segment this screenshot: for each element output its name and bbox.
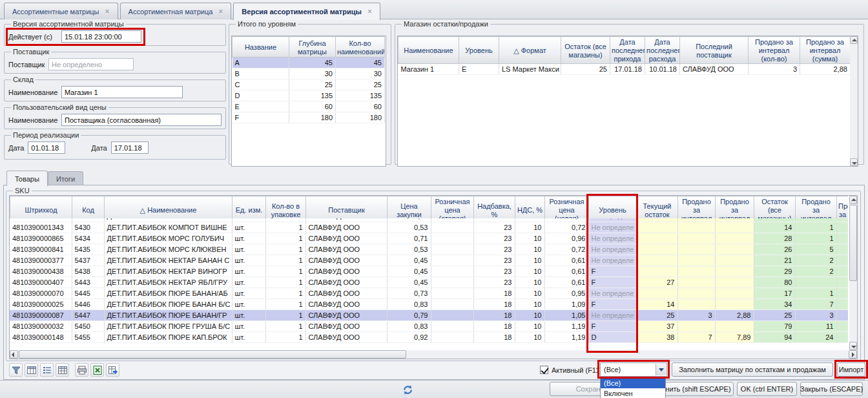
- cell[interactable]: Не определе: [588, 288, 636, 298]
- cell[interactable]: СЛАВФУД ООО: [305, 222, 387, 233]
- sku-horizontal-scrollbar[interactable]: [10, 350, 857, 359]
- cell[interactable]: 10: [515, 331, 544, 342]
- column-header[interactable]: Дата последнего расхода: [645, 37, 680, 64]
- cell[interactable]: Не определе: [588, 244, 636, 255]
- cell[interactable]: [836, 298, 848, 309]
- cell[interactable]: 0,92: [387, 331, 431, 342]
- cell[interactable]: 25: [336, 79, 385, 90]
- cell[interactable]: E: [232, 101, 289, 112]
- cell[interactable]: [431, 244, 473, 255]
- cell[interactable]: 0,61: [544, 266, 588, 277]
- cell[interactable]: ДЕТ.ПИТ.АБИБОК ПЮРЕ ГРУША Б/С: [104, 320, 232, 331]
- valid-from-input[interactable]: [61, 30, 141, 43]
- cell[interactable]: шт.: [232, 255, 265, 266]
- cell[interactable]: 94: [754, 331, 795, 342]
- cell[interactable]: [715, 298, 754, 309]
- cell[interactable]: 2: [795, 266, 836, 277]
- cell[interactable]: 5455: [72, 331, 104, 342]
- cell[interactable]: 4810390000407: [10, 277, 72, 288]
- cell[interactable]: 0,45: [387, 277, 431, 288]
- column-header[interactable]: Цена закупки: [388, 196, 431, 219]
- cell[interactable]: шт.: [232, 266, 265, 277]
- column-header[interactable]: Продано за интервал (кол-во): [749, 37, 800, 64]
- cell[interactable]: 34: [754, 298, 795, 309]
- cell[interactable]: [636, 222, 677, 233]
- tab-totals[interactable]: Итоги: [48, 171, 83, 186]
- cell[interactable]: 4810390000025: [10, 298, 72, 309]
- cell[interactable]: 4810390000070: [10, 288, 72, 298]
- cell[interactable]: [677, 298, 715, 309]
- cell[interactable]: [636, 288, 677, 298]
- cell[interactable]: 0,45: [387, 266, 431, 277]
- column-header[interactable]: Кол-во в упаковке: [266, 196, 306, 219]
- cell[interactable]: ДЕТ.ПИТ.АБИБОК ПЮРЕ БАНАН Б/С: [104, 298, 232, 309]
- cell[interactable]: 23: [473, 222, 515, 233]
- cell[interactable]: 1: [265, 298, 305, 309]
- scroll-thumb[interactable]: [19, 350, 406, 359]
- cell[interactable]: 1: [265, 233, 305, 244]
- cell[interactable]: ДЕТ.ПИТ.АБИБОК КОМПОТ ВИШНЕ: [104, 222, 232, 233]
- cell[interactable]: 1: [795, 288, 836, 298]
- column-header[interactable]: Поставщик: [306, 196, 388, 219]
- cell[interactable]: [677, 288, 715, 298]
- cell[interactable]: 5435: [72, 244, 104, 255]
- table-row[interactable]: 48103900008655434ДЕТ.ПИТ.АБИБОК МОРС ГОЛ…: [10, 233, 848, 244]
- cell[interactable]: ДЕТ.ПИТ.АБИБОК ПЮРЕ БАНАН/ГР: [104, 309, 232, 320]
- cell[interactable]: 5450: [72, 320, 104, 331]
- column-header[interactable]: Ед. изм.: [232, 196, 266, 219]
- cell[interactable]: 27: [636, 277, 677, 288]
- cell[interactable]: 37: [636, 320, 677, 331]
- fill-matrix-button[interactable]: Заполнить матрицу по остаткам и продажам: [672, 362, 833, 377]
- cell[interactable]: СЛАВФУД ООО: [305, 277, 387, 288]
- cell[interactable]: [836, 320, 848, 331]
- cell[interactable]: D: [588, 331, 636, 342]
- cell[interactable]: 1: [265, 320, 305, 331]
- column-header[interactable]: Розничная цена (старая): [431, 196, 474, 219]
- tab-assortment-matrices[interactable]: Ассортиментные матрицы ×: [4, 3, 118, 19]
- cell[interactable]: 7: [795, 298, 836, 309]
- cell[interactable]: 38: [636, 331, 677, 342]
- cell[interactable]: [677, 244, 715, 255]
- cell[interactable]: 5437: [72, 255, 104, 266]
- column-header[interactable]: Уровень: [459, 37, 499, 64]
- scroll-up-arrow[interactable]: [849, 196, 857, 204]
- tab-matrix-version[interactable]: Версия ассортиментной матрицы ×: [233, 3, 380, 20]
- cell[interactable]: 3: [749, 64, 800, 75]
- column-header[interactable]: △ Наименование: [105, 196, 232, 219]
- cell[interactable]: 5434: [72, 233, 104, 244]
- cell[interactable]: A: [232, 58, 289, 68]
- cell[interactable]: [677, 233, 715, 244]
- tab-assortment-matrix[interactable]: Ассортиментная матрица ×: [120, 3, 232, 19]
- cell[interactable]: 135: [336, 90, 385, 101]
- cell[interactable]: 10: [515, 277, 544, 288]
- cell[interactable]: 4810390000087: [10, 309, 72, 320]
- table-row[interactable]: 48103900008415435ДЕТ.ПИТ.АБИБОК МОРС КЛЮ…: [10, 244, 848, 255]
- cell[interactable]: C: [232, 79, 289, 90]
- cell[interactable]: 1,05: [544, 309, 588, 320]
- cell[interactable]: 26: [754, 244, 795, 255]
- cell[interactable]: шт.: [232, 320, 265, 331]
- cell[interactable]: E: [459, 64, 499, 75]
- cell[interactable]: 0,72: [544, 244, 588, 255]
- cell[interactable]: СЛАВФУД ООО: [680, 64, 749, 75]
- cell[interactable]: [715, 266, 754, 277]
- cell[interactable]: [636, 233, 677, 244]
- cell[interactable]: 0,83: [387, 320, 431, 331]
- cell[interactable]: 24: [795, 331, 836, 342]
- table-row[interactable]: 48103900000875447ДЕТ.ПИТ.АБИБОК ПЮРЕ БАН…: [10, 309, 848, 320]
- cell[interactable]: 0,61: [544, 255, 588, 266]
- cell[interactable]: 0,53: [387, 222, 431, 233]
- tab-close-icon[interactable]: ×: [367, 7, 372, 16]
- cell[interactable]: 0,45: [387, 255, 431, 266]
- sku-vertical-scrollbar[interactable]: [849, 196, 857, 350]
- cell[interactable]: СЛАВФУД ООО: [305, 288, 387, 298]
- cell[interactable]: шт.: [232, 331, 265, 342]
- cell[interactable]: 0,61: [544, 277, 588, 288]
- cell[interactable]: 25: [289, 79, 336, 90]
- cell[interactable]: 0,95: [544, 288, 588, 298]
- cell[interactable]: 3: [677, 309, 715, 320]
- cell[interactable]: [715, 277, 754, 288]
- tab-close-icon[interactable]: ×: [218, 7, 223, 16]
- cell[interactable]: 2,88: [800, 64, 851, 75]
- cell[interactable]: 10: [515, 320, 544, 331]
